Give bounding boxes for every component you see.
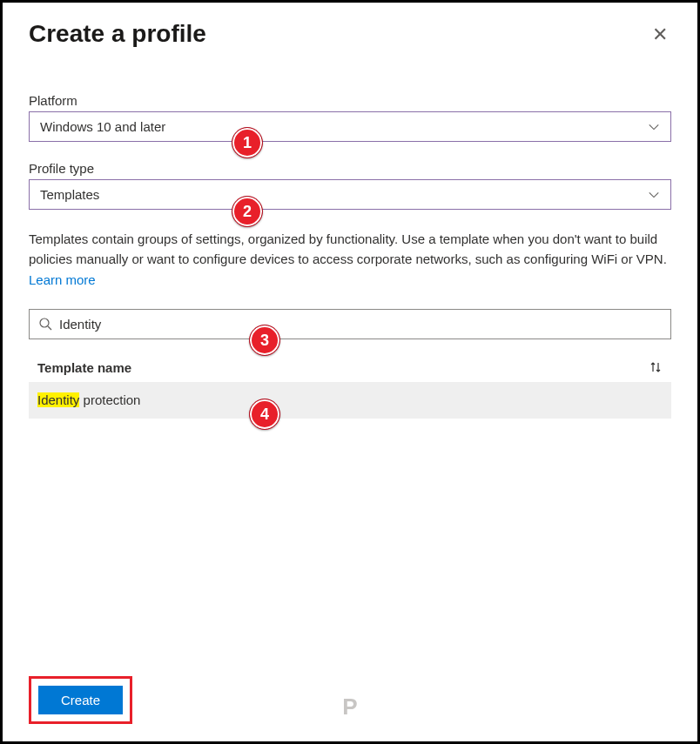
- create-highlight-frame: Create: [29, 676, 132, 724]
- row-text: Identity protection: [37, 392, 140, 407]
- platform-value: Windows 10 and later: [40, 119, 648, 134]
- sort-icon[interactable]: [649, 360, 663, 374]
- annotation-badge-4: 4: [249, 399, 280, 430]
- platform-label: Platform: [29, 93, 671, 108]
- column-header-template-name[interactable]: Template name: [37, 360, 131, 375]
- search-value: Identity: [59, 317, 662, 332]
- chevron-down-icon: [648, 121, 660, 133]
- create-button[interactable]: Create: [38, 686, 123, 714]
- chevron-down-icon: [648, 189, 660, 201]
- watermark-logo: P: [342, 694, 357, 721]
- learn-more-link[interactable]: Learn more: [29, 272, 96, 287]
- platform-select[interactable]: Windows 10 and later: [29, 111, 671, 142]
- annotation-badge-2: 2: [232, 196, 263, 227]
- templates-description: Templates contain groups of settings, or…: [29, 229, 671, 290]
- profile-type-select[interactable]: Templates: [29, 179, 671, 210]
- profile-type-label: Profile type: [29, 161, 671, 176]
- annotation-badge-3: 3: [249, 325, 280, 356]
- search-icon: [38, 317, 52, 331]
- page-title: Create a profile: [29, 20, 206, 48]
- profile-type-value: Templates: [40, 187, 648, 202]
- svg-point-0: [40, 318, 49, 327]
- table-row[interactable]: Identity protection: [29, 382, 671, 419]
- annotation-badge-1: 1: [232, 127, 263, 158]
- search-input[interactable]: Identity: [29, 309, 671, 339]
- close-button[interactable]: ✕: [649, 20, 671, 50]
